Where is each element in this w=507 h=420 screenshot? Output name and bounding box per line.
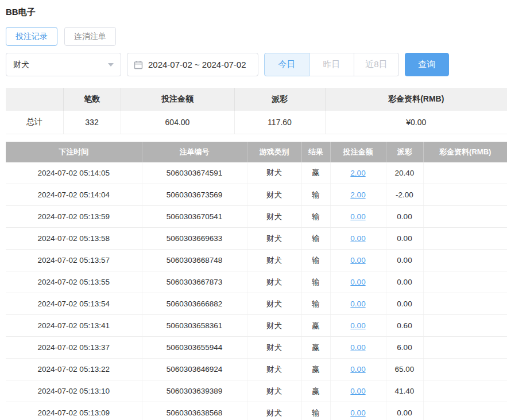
bet-amount-link[interactable]: 2.00 — [350, 190, 365, 199]
today-button[interactable]: 今日 — [264, 53, 309, 76]
payout-cell: 0.60 — [386, 315, 423, 337]
bet-amount-cell: 0.00 — [330, 250, 386, 271]
bet-time-cell: 2024-07-02 05:13:37 — [6, 337, 142, 359]
summary-header-count: 笔数 — [63, 88, 121, 111]
order-id-cell: 5060303674591 — [142, 162, 247, 184]
bonus-cell — [423, 228, 507, 250]
table-row: 2024-07-02 05:13:22 5060303646924 财犬 赢 0… — [6, 359, 507, 380]
table-row: 2024-07-02 05:13:54 5060303666882 财犬 输 0… — [6, 293, 507, 315]
order-id-cell: 5060303655944 — [142, 337, 247, 359]
result-cell: 输 — [301, 293, 330, 315]
result-cell: 赢 — [301, 380, 330, 402]
tab-bar: 投注记录 连消注单 — [6, 27, 507, 46]
last-8-days-button[interactable]: 近8日 — [354, 53, 399, 76]
bet-amount-link[interactable]: 0.00 — [350, 212, 365, 221]
order-id-cell: 5060303666882 — [142, 293, 247, 315]
result-cell: 输 — [301, 184, 330, 206]
game-select[interactable]: 财犬 — [6, 53, 121, 76]
summary-total-row: 总计 332 604.00 117.60 ¥0.00 — [6, 111, 507, 134]
summary-table: 笔数 投注金额 派彩 彩金资料(RMB) 总计 332 604.00 117.6… — [6, 88, 507, 134]
payout-cell: 0.00 — [386, 250, 423, 271]
bonus-cell — [423, 337, 507, 359]
result-cell: 输 — [301, 271, 330, 293]
bet-amount-link[interactable]: 0.00 — [350, 278, 365, 286]
bet-amount-cell: 0.00 — [330, 206, 386, 228]
table-row: 2024-07-02 05:13:37 5060303655944 财犬 赢 0… — [6, 337, 507, 359]
summary-total-count: 332 — [63, 111, 121, 134]
bet-amount-link[interactable]: 0.00 — [350, 300, 365, 308]
header-order-id: 注单编号 — [142, 142, 247, 162]
search-button[interactable]: 查询 — [405, 53, 449, 76]
tab-bet-records[interactable]: 投注记录 — [6, 27, 57, 46]
game-type-cell: 财犬 — [247, 250, 301, 271]
bet-amount-link[interactable]: 2.00 — [350, 169, 365, 177]
order-id-cell: 5060303638568 — [142, 402, 247, 420]
bonus-cell — [423, 162, 507, 184]
bonus-cell — [423, 271, 507, 293]
result-cell: 赢 — [301, 337, 330, 359]
bet-time-cell: 2024-07-02 05:13:55 — [6, 271, 142, 293]
payout-cell: 0.00 — [386, 293, 423, 315]
tab-cancelled-orders[interactable]: 连消注单 — [64, 27, 116, 46]
table-row: 2024-07-02 05:13:55 5060303667873 财犬 输 0… — [6, 271, 507, 293]
payout-cell: 6.00 — [386, 337, 423, 359]
payout-cell: 0.00 — [386, 228, 423, 250]
order-id-cell: 5060303667873 — [142, 271, 247, 293]
order-id-cell: 5060303669633 — [142, 228, 247, 250]
order-id-cell: 5060303670541 — [142, 206, 247, 228]
chevron-down-icon — [108, 63, 114, 67]
bet-time-cell: 2024-07-02 05:13:22 — [6, 359, 142, 380]
summary-header-bet-amount: 投注金额 — [121, 88, 234, 111]
result-cell: 赢 — [301, 162, 330, 184]
table-row: 2024-07-02 05:13:41 5060303658361 财犬 赢 0… — [6, 315, 507, 337]
bet-amount-cell: 0.00 — [330, 315, 386, 337]
bet-amount-link[interactable]: 0.00 — [350, 256, 365, 265]
bet-time-cell: 2024-07-02 05:13:54 — [6, 293, 142, 315]
summary-total-bonus: ¥0.00 — [325, 111, 507, 134]
calendar-icon — [134, 60, 143, 69]
bet-amount-link[interactable]: 0.00 — [350, 234, 365, 243]
bet-amount-cell: 0.00 — [330, 337, 386, 359]
bet-amount-link[interactable]: 0.00 — [350, 321, 365, 330]
table-row: 2024-07-02 05:14:04 5060303673569 财犬 输 2… — [6, 184, 507, 206]
bet-time-cell: 2024-07-02 05:13:57 — [6, 250, 142, 271]
result-cell: 输 — [301, 228, 330, 250]
header-result: 结果 — [301, 142, 330, 162]
result-cell: 输 — [301, 250, 330, 271]
payout-cell: 20.40 — [386, 162, 423, 184]
table-row: 2024-07-02 05:14:05 5060303674591 财犬 赢 2… — [6, 162, 507, 184]
result-cell: 输 — [301, 206, 330, 228]
bet-amount-cell: 0.00 — [330, 380, 386, 402]
result-cell: 赢 — [301, 315, 330, 337]
game-type-cell: 财犬 — [247, 402, 301, 420]
summary-header-bonus: 彩金资料(RMB) — [325, 88, 507, 111]
game-type-cell: 财犬 — [247, 271, 301, 293]
page-title: BB电子 — [6, 7, 507, 18]
table-row: 2024-07-02 05:13:59 5060303670541 财犬 输 0… — [6, 206, 507, 228]
result-cell: 赢 — [301, 359, 330, 380]
bet-amount-link[interactable]: 0.00 — [350, 409, 365, 417]
order-id-cell: 5060303639389 — [142, 380, 247, 402]
bet-time-cell: 2024-07-02 05:13:41 — [6, 315, 142, 337]
header-bet-time: 下注时间 — [6, 142, 142, 162]
header-payout: 派彩 — [386, 142, 423, 162]
game-type-cell: 财犬 — [247, 315, 301, 337]
date-range-picker[interactable]: 2024-07-02 ~ 2024-07-02 — [127, 53, 258, 76]
payout-cell: 0.00 — [386, 402, 423, 420]
bet-amount-link[interactable]: 0.00 — [350, 343, 365, 352]
bet-time-cell: 2024-07-02 05:13:59 — [6, 206, 142, 228]
bet-table-body: 2024-07-02 05:14:05 5060303674591 财犬 赢 2… — [6, 162, 507, 420]
result-cell: 输 — [301, 402, 330, 420]
bet-time-cell: 2024-07-02 05:14:05 — [6, 162, 142, 184]
payout-cell: 0.00 — [386, 271, 423, 293]
bet-amount-cell: 0.00 — [330, 293, 386, 315]
bet-amount-link[interactable]: 0.00 — [350, 387, 365, 395]
summary-header-payout: 派彩 — [234, 88, 325, 111]
table-row: 2024-07-02 05:13:10 5060303639389 财犬 赢 0… — [6, 380, 507, 402]
game-type-cell: 财犬 — [247, 293, 301, 315]
summary-total-label: 总计 — [6, 111, 63, 134]
game-select-value: 财犬 — [13, 60, 29, 70]
order-id-cell: 5060303673569 — [142, 184, 247, 206]
bet-amount-link[interactable]: 0.00 — [350, 365, 365, 374]
yesterday-button[interactable]: 昨日 — [309, 53, 354, 76]
